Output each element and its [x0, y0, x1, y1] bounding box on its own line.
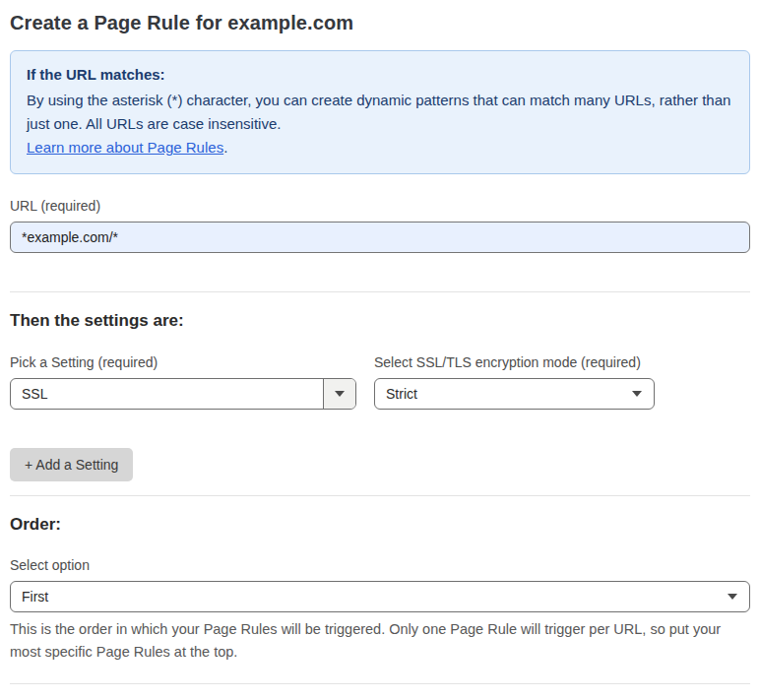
url-field-group: URL (required) [10, 198, 750, 253]
mode-picker-label: Select SSL/TLS encryption mode (required… [374, 354, 655, 370]
divider [10, 495, 750, 496]
setting-picker-label: Pick a Setting (required) [10, 354, 356, 370]
order-select[interactable]: First [10, 581, 750, 612]
order-section-heading: Order: [10, 515, 750, 535]
setting-select[interactable]: SSL [10, 378, 356, 410]
settings-section-heading: Then the settings are: [10, 311, 750, 331]
setting-picker-group: Pick a Setting (required) SSL [10, 354, 356, 410]
url-field-label: URL (required) [10, 198, 750, 214]
order-help-text: This is the order in which your Page Rul… [10, 618, 750, 664]
order-select-label: Select option [10, 557, 750, 573]
ssl-mode-select[interactable]: Strict [374, 378, 655, 410]
chevron-down-icon [728, 594, 737, 600]
divider [10, 291, 750, 292]
mode-picker-group: Select SSL/TLS encryption mode (required… [374, 354, 655, 410]
chevron-down-icon [335, 391, 345, 397]
link-suffix: . [223, 139, 227, 156]
url-match-info-box: If the URL matches: By using the asteris… [10, 50, 750, 174]
caret-wrap [728, 594, 749, 600]
ssl-mode-select-value: Strict [375, 386, 632, 402]
caret-wrap [632, 391, 654, 397]
page-title: Create a Page Rule for example.com [10, 12, 750, 34]
order-select-group: Select option First This is the order in… [10, 557, 750, 664]
settings-row: Pick a Setting (required) SSL Select SSL… [10, 354, 750, 410]
learn-more-link[interactable]: Learn more about Page Rules [27, 139, 223, 156]
url-input[interactable] [10, 222, 750, 253]
divider [10, 683, 750, 684]
chevron-down-icon [632, 391, 642, 397]
setting-select-arrow-box[interactable] [323, 379, 355, 409]
add-setting-button[interactable]: + Add a Setting [10, 448, 133, 481]
info-box-heading: If the URL matches: [27, 63, 733, 87]
info-box-body: By using the asterisk (*) character, you… [27, 89, 733, 136]
order-select-value: First [11, 589, 728, 605]
setting-select-value: SSL [11, 386, 323, 402]
